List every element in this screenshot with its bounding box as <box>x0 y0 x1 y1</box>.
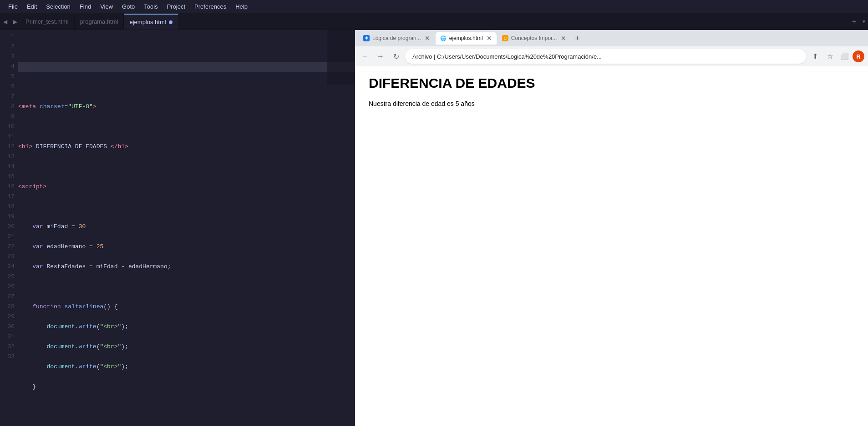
editor-tab-bar: ◀ ▶ Primer_test.html programa.html ejemp… <box>0 14 868 30</box>
browser-tab-close[interactable]: ✕ <box>561 35 566 42</box>
tab-dropdown-btn[interactable]: ▼ <box>860 19 868 24</box>
page-body-text: Nuestra diferencia de edad es 5 años <box>369 100 854 107</box>
browser-tab-logica[interactable]: ⚛ Lógica de progran... ✕ <box>359 32 435 45</box>
menu-bar: File Edit Selection Find View Goto Tools… <box>0 0 868 14</box>
favicon-ejemplos: 🌐 <box>440 35 447 41</box>
browser-address-bar: ← → ↻ ⬆ ☆ ⬜ R <box>355 46 868 66</box>
menu-edit[interactable]: Edit <box>22 1 41 12</box>
browser-tab-bar: ⚛ Lógica de progran... ✕ 🌐 ejemplos.html… <box>355 30 868 46</box>
browser-tab-conceptos[interactable]: C Conceptos Impor... ✕ <box>497 32 571 45</box>
menu-selection[interactable]: Selection <box>41 1 75 12</box>
favicon-conceptos: C <box>502 35 508 41</box>
menu-goto[interactable]: Goto <box>117 1 139 12</box>
code-area[interactable]: 12345 678910 1112131415 1617181920 21222… <box>0 30 355 426</box>
editor-tab-primer[interactable]: Primer_test.html <box>20 14 75 30</box>
minimap <box>327 30 355 85</box>
menu-preferences[interactable]: Preferences <box>190 1 231 12</box>
tab-prev-btn[interactable]: ◀ <box>0 14 10 30</box>
menu-find[interactable]: Find <box>75 1 96 12</box>
browser-tab-ejemplos[interactable]: 🌐 ejemplos.html ✕ <box>436 32 497 45</box>
line-numbers: 12345 678910 1112131415 1617181920 21222… <box>0 30 18 426</box>
menu-view[interactable]: View <box>96 1 117 12</box>
profile-icon[interactable]: R <box>853 50 864 62</box>
menu-tools[interactable]: Tools <box>139 1 162 12</box>
tab-label: ejemplos.html <box>129 19 166 25</box>
editor-tab-ejemplos[interactable]: ejemplos.html <box>124 14 178 30</box>
reload-btn[interactable]: ↻ <box>390 50 402 63</box>
forward-btn[interactable]: → <box>374 50 387 63</box>
browser-panel: ⚛ Lógica de progran... ✕ 🌐 ejemplos.html… <box>355 30 868 426</box>
editor-tab-programa[interactable]: programa.html <box>75 14 124 30</box>
fullscreen-btn[interactable]: ⬜ <box>838 50 851 63</box>
menu-project[interactable]: Project <box>162 1 190 12</box>
browser-tab-label: Conceptos Impor... <box>511 35 557 41</box>
browser-tab-close[interactable]: ✕ <box>425 35 430 42</box>
back-btn[interactable]: ← <box>359 50 371 63</box>
editor-panel: 12345 678910 1112131415 1617181920 21222… <box>0 30 355 426</box>
tab-add-btn[interactable]: + <box>848 18 860 26</box>
page-heading: DIFERENCIA DE EDADES <box>369 75 854 91</box>
code-content: <meta charset="UTF-8"> <h1> DIFERENCIA D… <box>18 30 355 426</box>
browser-tab-label: Lógica de progran... <box>372 35 421 41</box>
tab-next-btn[interactable]: ▶ <box>10 14 20 30</box>
browser-tab-close[interactable]: ✕ <box>487 35 492 42</box>
bookmark-btn[interactable]: ☆ <box>823 50 836 63</box>
browser-new-tab-btn[interactable]: + <box>572 34 584 43</box>
main-area: 12345 678910 1112131415 1617181920 21222… <box>0 30 868 426</box>
browser-tab-label: ejemplos.html <box>449 35 483 41</box>
menu-file[interactable]: File <box>4 1 22 12</box>
browser-content: DIFERENCIA DE EDADES Nuestra diferencia … <box>355 66 868 426</box>
menu-help[interactable]: Help <box>231 1 252 12</box>
favicon-logica: ⚛ <box>363 35 370 41</box>
tab-label: programa.html <box>80 18 118 25</box>
share-btn[interactable]: ⬆ <box>809 50 822 63</box>
browser-actions: ⬆ ☆ ⬜ R <box>809 50 864 63</box>
address-input[interactable] <box>405 49 806 64</box>
tab-modified-dot <box>169 20 173 24</box>
tab-label: Primer_test.html <box>25 18 69 25</box>
